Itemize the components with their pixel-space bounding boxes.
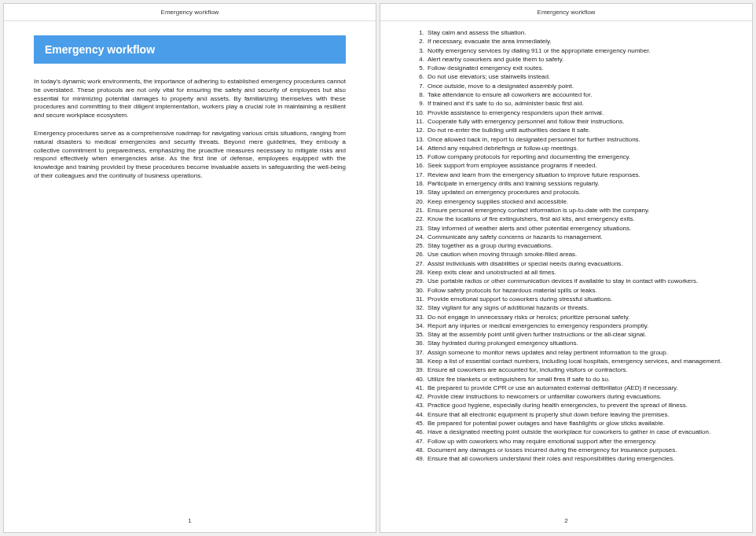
step-number: 28. [410, 269, 424, 277]
step-number: 3. [410, 47, 424, 56]
step-number: 30. [410, 287, 424, 296]
step-item: 48.Document any damages or losses incurr… [410, 446, 722, 455]
step-number: 9. [410, 100, 424, 108]
step-text: Alert nearby coworkers and guide them to… [428, 56, 563, 63]
step-number: 29. [410, 277, 424, 286]
step-item: 8.Take attendance to ensure all coworker… [410, 91, 722, 100]
step-item: 36.Stay hydrated during prolonged emerge… [410, 340, 722, 348]
document-page-2: Emergency workflow 1.Stay calm and asses… [380, 3, 753, 533]
step-number: 7. [410, 83, 424, 91]
step-item: 19.Stay updated on emergency procedures … [410, 189, 722, 197]
step-text: Assign someone to monitor news updates a… [428, 349, 668, 356]
step-number: 1. [410, 29, 424, 38]
step-item: 30.Follow safety protocols for hazardous… [410, 287, 722, 296]
step-number: 8. [410, 91, 424, 100]
step-number: 13. [410, 136, 424, 145]
step-number: 34. [410, 322, 424, 331]
step-text: If trained and it's safe to do so, admin… [428, 100, 584, 107]
step-number: 6. [410, 73, 424, 82]
step-number: 44. [410, 411, 424, 420]
step-item: 43.Practice good hygiene, especially dur… [410, 402, 722, 410]
step-text: Provide clear instructions to newcomers … [428, 393, 662, 400]
step-number: 4. [410, 56, 424, 64]
step-number: 42. [410, 393, 424, 402]
step-item: 3.Notify emergency services by dialing 9… [410, 47, 722, 56]
step-item: 16.Seek support from employee assistance… [410, 162, 722, 171]
step-item: 35.Stay at the assembly point until give… [410, 331, 722, 340]
step-text: Follow up with coworkers who may require… [428, 438, 657, 445]
step-text: Know the locations of fire extinguishers… [428, 215, 635, 222]
step-text: Provide emotional support to coworkers d… [428, 296, 612, 303]
step-item: 24.Communicate any safety concerns or ha… [410, 233, 722, 242]
step-item: 12.Do not re-enter the building until au… [410, 127, 722, 135]
step-number: 26. [410, 251, 424, 259]
step-item: 37.Assign someone to monitor news update… [410, 349, 722, 358]
step-item: 49.Ensure that all coworkers understand … [410, 455, 722, 464]
step-number: 39. [410, 366, 424, 375]
step-number: 2. [410, 38, 424, 46]
step-item: 11.Cooperate fully with emergency person… [410, 118, 722, 127]
step-text: Notify emergency services by dialing 911… [428, 47, 651, 54]
page-header: Emergency workflow [4, 4, 376, 21]
step-number: 48. [410, 446, 424, 455]
step-text: Have a designated meeting point outside … [428, 428, 710, 435]
step-number: 40. [410, 376, 424, 384]
steps-list: 1.Stay calm and assess the situation.2.I… [410, 29, 722, 464]
step-item: 13.Once allowed back in, report to desig… [410, 136, 722, 145]
step-item: 7.Once outside, move to a designated ass… [410, 83, 722, 91]
step-text: Utilize fire blankets or extinguishers f… [428, 376, 610, 383]
step-item: 22.Know the locations of fire extinguish… [410, 215, 722, 224]
step-text: Ensure that all electronic equipment is … [428, 411, 670, 418]
step-item: 5.Follow designated emergency exit route… [410, 64, 722, 73]
step-text: Keep a list of essential contact numbers… [428, 358, 721, 365]
step-number: 38. [410, 358, 424, 366]
step-number: 19. [410, 189, 424, 197]
step-number: 11. [410, 118, 424, 127]
step-text: Keep emergency supplies stocked and acce… [428, 198, 568, 205]
step-number: 14. [410, 145, 424, 153]
step-text: Take attendance to ensure all coworkers … [428, 91, 592, 98]
step-text: Participate in emergency drills and trai… [428, 180, 600, 187]
step-number: 33. [410, 314, 424, 322]
step-number: 36. [410, 340, 424, 348]
title-banner: Emergency workflow [34, 35, 346, 64]
step-item: 6.Do not use elevators; use stairwells i… [410, 73, 722, 82]
step-number: 17. [410, 171, 424, 180]
step-text: Stay together as a group during evacuati… [428, 242, 552, 249]
step-text: Stay calm and assess the situation. [428, 29, 526, 36]
document-page-1: Emergency workflow Emergency workflow In… [3, 3, 376, 533]
step-number: 47. [410, 438, 424, 446]
step-text: Stay at the assembly point until given f… [428, 331, 646, 338]
step-number: 15. [410, 153, 424, 162]
step-text: Seek support from employee assistance pr… [428, 162, 597, 169]
step-item: 25.Stay together as a group during evacu… [410, 242, 722, 251]
step-number: 12. [410, 127, 424, 135]
step-text: Report any injuries or medical emergenci… [428, 322, 648, 329]
step-item: 23.Stay informed of weather alerts and o… [410, 225, 722, 233]
step-number: 49. [410, 455, 424, 464]
step-number: 21. [410, 207, 424, 215]
step-number: 32. [410, 304, 424, 313]
page-content: Emergency workflow In today's dynamic wo… [4, 21, 376, 198]
step-item: 41.Be prepared to provide CPR or use an … [410, 384, 722, 393]
step-text: Provide assistance to emergency responde… [428, 109, 604, 116]
step-item: 18.Participate in emergency drills and t… [410, 180, 722, 189]
step-text: Ensure personal emergency contact inform… [428, 207, 650, 214]
step-item: 15.Follow company protocols for reportin… [410, 153, 722, 162]
step-text: Be prepared for potential power outages … [428, 420, 665, 427]
step-text: Use caution when moving through smoke-fi… [428, 251, 577, 258]
step-text: Communicate any safety concerns or hazar… [428, 233, 603, 240]
step-text: Cooperate fully with emergency personnel… [428, 118, 624, 125]
step-text: Review and learn from the emergency situ… [428, 171, 640, 178]
step-text: If necessary, evacuate the area immediat… [428, 38, 552, 45]
step-text: Stay vigilant for any signs of additiona… [428, 304, 589, 311]
step-number: 20. [410, 198, 424, 207]
step-text: Assist individuals with disabilities or … [428, 260, 623, 267]
step-item: 40.Utilize fire blankets or extinguisher… [410, 376, 722, 384]
step-item: 10.Provide assistance to emergency respo… [410, 109, 722, 118]
intro-paragraph-2: Emergency procedures serve as a comprehe… [34, 130, 346, 181]
step-number: 37. [410, 349, 424, 358]
step-number: 18. [410, 180, 424, 189]
step-text: Be prepared to provide CPR or use an aut… [428, 384, 678, 391]
step-text: Stay hydrated during prolonged emergency… [428, 340, 578, 347]
